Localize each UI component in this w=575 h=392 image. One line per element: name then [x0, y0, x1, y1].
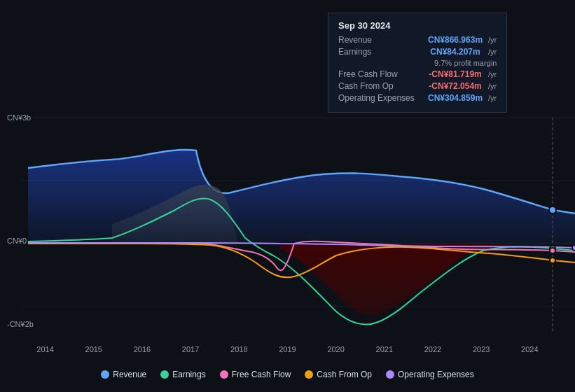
legend-revenue-label: Revenue [113, 370, 146, 379]
tooltip-earnings-value: CN¥84.207m [430, 47, 480, 57]
y-label-top: CN¥3b [7, 113, 31, 122]
tooltip-margin-row: 9.7% profit margin [338, 59, 497, 67]
tooltip-earnings-label: Earnings [338, 47, 422, 57]
tooltip-revenue-suffix: /yr [488, 36, 497, 44]
x-label-2021: 2021 [376, 345, 393, 354]
legend-cashop[interactable]: Cash From Op [305, 370, 372, 379]
y-label-bottom: -CN¥2b [7, 320, 34, 328]
legend-opex-dot [386, 370, 394, 379]
tooltip-earnings-row: Earnings CN¥84.207m /yr [338, 47, 497, 57]
legend-cashop-label: Cash From Op [317, 370, 372, 379]
tooltip-opex-label: Operating Expenses [338, 93, 422, 103]
x-label-2018: 2018 [230, 345, 247, 354]
legend-opex[interactable]: Operating Expenses [386, 370, 474, 379]
legend-fcf-dot [220, 370, 228, 379]
x-label-2024: 2024 [521, 345, 538, 354]
tooltip-margin-label: 9.7% profit margin [434, 59, 497, 67]
svg-point-10 [572, 245, 575, 251]
tooltip-revenue-label: Revenue [338, 35, 422, 45]
legend-earnings[interactable]: Earnings [160, 370, 205, 379]
tooltip-fcf-suffix: /yr [488, 70, 497, 78]
x-label-2017: 2017 [182, 345, 199, 354]
svg-point-9 [550, 258, 555, 263]
legend-opex-label: Operating Expenses [398, 370, 474, 379]
x-label-2022: 2022 [424, 345, 441, 354]
tooltip-fcf-label: Free Cash Flow [338, 69, 422, 79]
tooltip-box: Sep 30 2024 Revenue CN¥866.963m /yr Earn… [328, 13, 507, 113]
tooltip-earnings-suffix: /yr [488, 48, 497, 56]
svg-point-6 [549, 206, 556, 214]
tooltip-cashop-suffix: /yr [488, 82, 497, 90]
tooltip-cashop-label: Cash From Op [338, 81, 422, 91]
chart-legend: Revenue Earnings Free Cash Flow Cash Fro… [0, 370, 575, 379]
tooltip-fcf-row: Free Cash Flow -CN¥81.719m /yr [338, 69, 497, 79]
legend-revenue-dot [101, 370, 109, 379]
tooltip-opex-row: Operating Expenses CN¥304.859m /yr [338, 93, 497, 103]
legend-earnings-dot [160, 370, 169, 379]
legend-fcf[interactable]: Free Cash Flow [220, 370, 291, 379]
tooltip-opex-value: CN¥304.859m [428, 93, 483, 103]
x-label-2015: 2015 [85, 345, 102, 354]
svg-point-8 [550, 248, 555, 253]
legend-revenue[interactable]: Revenue [101, 370, 146, 379]
chart-container: CN¥3b CN¥0 -CN¥2b 2014 2015 2016 2017 20… [0, 0, 575, 392]
legend-fcf-label: Free Cash Flow [232, 370, 291, 379]
x-label-2020: 2020 [327, 345, 344, 354]
y-label-zero: CN¥0 [7, 237, 27, 245]
x-label-2016: 2016 [134, 345, 151, 354]
tooltip-revenue-row: Revenue CN¥866.963m /yr [338, 35, 497, 45]
x-labels: 2014 2015 2016 2017 2018 2019 2020 2021 … [0, 345, 575, 354]
tooltip-cashop-row: Cash From Op -CN¥72.054m /yr [338, 81, 497, 91]
tooltip-fcf-value: -CN¥81.719m [429, 69, 481, 79]
legend-earnings-label: Earnings [172, 370, 205, 379]
x-label-2019: 2019 [279, 345, 296, 354]
tooltip-opex-suffix: /yr [488, 94, 497, 102]
x-label-2014: 2014 [36, 345, 53, 354]
tooltip-cashop-value: -CN¥72.054m [429, 81, 481, 91]
tooltip-date: Sep 30 2024 [338, 20, 497, 31]
legend-cashop-dot [305, 370, 313, 379]
x-label-2023: 2023 [473, 345, 490, 354]
tooltip-revenue-value: CN¥866.963m [428, 35, 483, 45]
